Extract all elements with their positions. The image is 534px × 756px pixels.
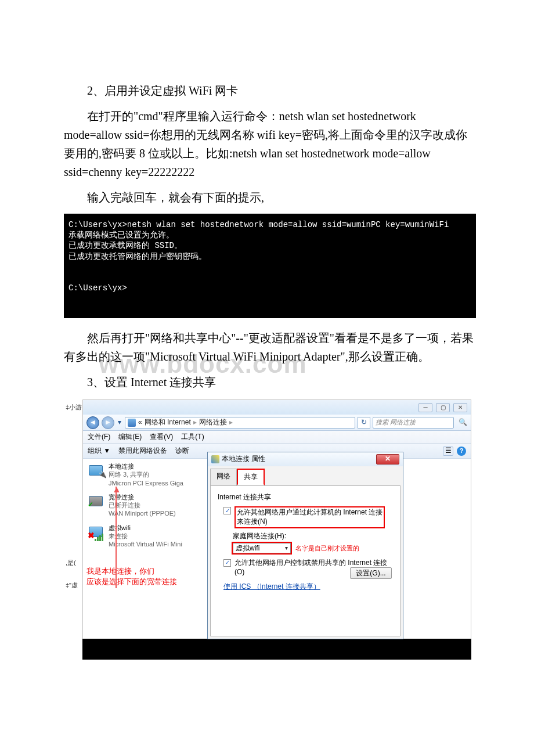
tab-network[interactable]: 网络 (210, 469, 237, 485)
allow-control-checkbox[interactable]: ✓ (223, 559, 231, 567)
help-icon[interactable]: ? (457, 447, 466, 456)
adapter-status: 未连接 (109, 532, 182, 540)
bottom-black-strip (82, 639, 471, 660)
cmd-intro-paragraph: 在打开的"cmd"程序里输入运行命令：netsh wlan set hosted… (64, 107, 476, 181)
clipped-left-text: ‡小游 ,是( ‡"虚 (66, 400, 83, 659)
enter-hint-paragraph: 输入完敲回车，就会有下面的提示, (64, 188, 476, 207)
cmd-line: 已成功更改承载网络的 SSID。 (68, 241, 182, 250)
shield-icon (211, 455, 219, 463)
cmd-line: C:\Users\yx>netsh wlan set hostednetwork… (68, 220, 449, 229)
home-network-label: 家庭网络连接(H): (233, 531, 393, 542)
home-network-value: 虚拟wifi (236, 543, 259, 554)
annotation-arrow-head-icon: ▲ (112, 482, 121, 497)
dialog-tabs: 网络 共享 (208, 466, 403, 485)
close-button[interactable]: ✕ (376, 454, 399, 465)
toolbar-organize[interactable]: 组织 ▼ (88, 445, 110, 456)
folder-icon (128, 419, 136, 427)
dialog-body: Internet 连接共享 ✓ 允许其他网络用户通过此计算机的 Internet… (210, 485, 400, 636)
group-title-ics: Internet 连接共享 (218, 492, 393, 503)
search-placeholder-text: 搜索 网络连接 (376, 417, 416, 428)
step-3-heading: 3、设置 Internet 连接共享 (64, 373, 476, 391)
cmd-line: 已成功更改托管网络的用户密钥密码。 (68, 252, 207, 261)
breadcrumb-prefix: « (138, 417, 142, 428)
adapter-status: 已断开连接 (109, 501, 176, 509)
adapter-local[interactable]: 🔌 本地连接 网络 3, 共享的 JMicron PCI Express Gig… (86, 462, 201, 487)
window-close-button[interactable]: ✕ (453, 403, 467, 412)
menu-view[interactable]: 查看(V) (150, 431, 173, 442)
home-network-combo-row: 虚拟wifi ▾ 名字是自己刚才设置的 (233, 543, 359, 553)
toolbar-diagnose[interactable]: 诊断 (175, 445, 189, 456)
refresh-button[interactable]: ↻ (358, 417, 370, 429)
annotation-arrow-line (116, 487, 117, 588)
after-cmd-paragraph: 然后再打开"网络和共享中心"--"更改适配器设置"看看是不是多了一项，若果有多出… (64, 329, 476, 366)
window-titlebar: ─ ▢ ✕ (83, 400, 471, 415)
breadcrumb[interactable]: « 网络和 Internet ▸ 网络连接 ▸ (125, 417, 355, 429)
adapter-virtual-wifi[interactable]: ✖ 虚拟wifi 未连接 Microsoft Virtual WiFi Mini (86, 524, 201, 549)
adapter-device: WAN Miniport (PPPOE) (109, 509, 176, 517)
nav-back-button[interactable]: ◄ (86, 416, 99, 429)
adapter-device: Microsoft Virtual WiFi Mini (109, 540, 182, 548)
minimize-button[interactable]: ─ (418, 403, 432, 412)
cmd-line: C:\Users\yx> (68, 283, 127, 293)
network-screenshot: ‡小游 ,是( ‡"虚 ─ ▢ ✕ ◄ ► ▾ « 网络和 Internet ▸… (82, 399, 471, 660)
x-icon: ✖ (88, 529, 95, 542)
view-mode-icon[interactable]: ☰ (443, 447, 453, 456)
ics-help-link[interactable]: 使用 ICS （Internet 连接共享） (223, 582, 320, 591)
step-2-heading: 2、启用并设定虚拟 WiFi 网卡 (64, 81, 476, 100)
breadcrumb-segment[interactable]: 网络和 Internet (145, 417, 191, 428)
adapter-name: 本地连接 (109, 462, 183, 470)
check-icon: ✓ (88, 499, 93, 510)
adapter-broadband[interactable]: ✓ 宽带连接 已断开连接 WAN Miniport (PPPOE) (86, 493, 201, 518)
nav-dropdown-icon[interactable]: ▾ (118, 417, 121, 428)
dialog-titlebar: 本地连接 属性 ✕ (208, 452, 403, 466)
adapter-list: 🔌 本地连接 网络 3, 共享的 JMicron PCI Express Gig… (83, 459, 205, 639)
properties-dialog: 本地连接 属性 ✕ 网络 共享 Internet 连接共享 ✓ 允许其他网络用户… (207, 452, 403, 639)
chevron-down-icon: ▾ (285, 543, 288, 553)
adapter-status: 网络 3, 共享的 (109, 470, 183, 478)
dialog-title-text: 本地连接 属性 (222, 453, 265, 465)
tab-share[interactable]: 共享 (237, 469, 265, 485)
address-bar-row: ◄ ► ▾ « 网络和 Internet ▸ 网络连接 ▸ ↻ 搜索 网络连接 … (83, 415, 471, 431)
combo-annotation: 名字是自己刚才设置的 (295, 543, 359, 554)
breadcrumb-segment[interactable]: 网络连接 (199, 417, 227, 428)
menu-file[interactable]: 文件(F) (88, 431, 110, 442)
settings-button[interactable]: 设置(G)... (350, 567, 392, 579)
menu-bar: 文件(F) 编辑(E) 查看(V) 工具(T) (83, 431, 471, 444)
allow-share-label-highlighted: 允许其他网络用户通过此计算机的 Internet 连接 来连接(N) (234, 506, 385, 528)
chevron-right-icon: ▸ (229, 417, 233, 428)
chevron-right-icon: ▸ (193, 417, 197, 428)
annotation-note: 我是本地连接，你们 应该是选择下面的宽带连接 (86, 566, 201, 587)
menu-tools[interactable]: 工具(T) (181, 431, 204, 442)
adapter-name: 虚拟wifi (109, 524, 182, 532)
wifi-signal-icon (95, 533, 106, 541)
allow-share-checkbox-row: ✓ 允许其他网络用户通过此计算机的 Internet 连接 来连接(N) (223, 506, 393, 528)
search-input[interactable]: 搜索 网络连接 (373, 417, 454, 429)
search-icon[interactable]: 🔍 (459, 417, 467, 428)
menu-edit[interactable]: 编辑(E) (118, 431, 142, 442)
cmd-line: 承载网络模式已设置为允许。 (68, 231, 174, 240)
cmd-screenshot: C:\Users\yx>netsh wlan set hostednetwork… (64, 214, 476, 318)
nav-forward-button[interactable]: ► (102, 416, 114, 429)
plug-icon: 🔌 (99, 470, 107, 480)
allow-share-checkbox[interactable]: ✓ (223, 507, 231, 514)
home-network-select[interactable]: 虚拟wifi ▾ (233, 543, 291, 553)
toolbar-disable[interactable]: 禁用此网络设备 (118, 445, 167, 456)
maximize-button[interactable]: ▢ (436, 403, 450, 412)
